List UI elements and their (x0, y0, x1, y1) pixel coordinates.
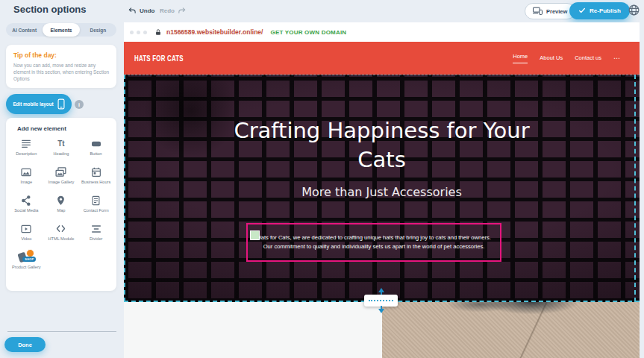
done-button[interactable]: Done (4, 337, 46, 352)
map-icon (55, 194, 66, 207)
site-url: n1566589.websitebuilder.online/ (166, 28, 263, 36)
info-icon[interactable]: i (75, 100, 84, 109)
image-gallery-icon (54, 166, 67, 178)
selection-handle[interactable] (250, 230, 260, 240)
lock-icon (154, 28, 162, 37)
resize-arrow-up-icon (378, 288, 384, 292)
add-element-panel: Add new element Description Tt Heading B… (6, 118, 116, 291)
window-dot (130, 31, 134, 34)
tip-title: Tip of the day: (13, 51, 57, 59)
tab-label: AI Content (12, 28, 37, 33)
get-domain-link[interactable]: GET YOUR OWN DOMAIN (270, 29, 346, 36)
add-element-heading[interactable]: Tt Heading (44, 137, 79, 161)
section-border-top (124, 75, 640, 75)
element-label: Image Gallery (49, 180, 75, 185)
add-element-contact-form[interactable]: Contact Form (78, 194, 113, 218)
video-icon (20, 222, 32, 235)
undo-label: Undo (140, 7, 154, 14)
tab-elements[interactable]: Elements (43, 23, 79, 37)
social-media-icon (20, 194, 32, 207)
redo-label: Redo (160, 7, 175, 14)
site-header: HATS FOR CATS Home About Us Contact us ⋯ (124, 42, 640, 75)
edit-mobile-label: Edit mobile layout (13, 101, 53, 107)
app-window: Section options Undo Redo Preview Re-Pub… (0, 0, 644, 358)
window-dot (143, 31, 147, 34)
site-nav: Home About Us Contact us ⋯ (513, 53, 620, 63)
handle-grip-dots (369, 300, 393, 301)
tab-design[interactable]: Design (80, 23, 116, 37)
add-element-button[interactable]: Button (78, 137, 113, 161)
browser-bar: n1566589.websitebuilder.online/ GET YOUR… (124, 22, 640, 42)
check-icon (578, 7, 586, 16)
hero-section[interactable]: Crafting Happiness for Your Cats More th… (124, 75, 640, 302)
nav-more-icon[interactable]: ⋯ (613, 54, 620, 62)
hero-heading-text: Crafting Happiness for Your Cats (222, 116, 543, 175)
nav-contact-us[interactable]: Contact us (575, 54, 601, 63)
element-label: Social Media (14, 208, 38, 213)
add-element-description[interactable]: Description (9, 137, 44, 161)
element-label: Image (21, 180, 33, 185)
html-module-icon (54, 222, 67, 235)
shop-label: SHOP (22, 257, 36, 262)
tip-of-the-day-card: Tip of the day: Now you can add, move an… (6, 45, 116, 88)
section-resize-handle[interactable] (364, 295, 398, 307)
phone-icon (57, 98, 65, 110)
element-label: Button (90, 151, 102, 157)
button-icon (90, 137, 102, 150)
tab-label: Design (90, 28, 106, 33)
hero-heading[interactable]: Crafting Happiness for Your Cats (124, 116, 640, 175)
add-element-product-gallery[interactable]: SHOP Product Gallery (9, 251, 44, 274)
site-logo[interactable]: HATS FOR CATS (134, 54, 184, 63)
contact-form-icon (90, 194, 101, 207)
element-label: Contact Form (84, 208, 109, 213)
undo-button[interactable]: Undo (128, 7, 154, 15)
add-element-map[interactable]: Map (44, 194, 79, 218)
nav-home[interactable]: Home (513, 53, 528, 63)
preview-button[interactable]: Preview (525, 3, 575, 19)
add-element-divider[interactable]: Divider (78, 222, 113, 246)
undo-icon (128, 7, 137, 15)
sidebar-tabbar: AI Content Elements Design (6, 23, 116, 37)
element-label: HTML Module (49, 236, 75, 242)
tab-label: Elements (51, 28, 72, 33)
preview-label: Preview (546, 8, 567, 15)
next-section-image[interactable] (382, 302, 640, 358)
element-label: Product Gallery (12, 265, 41, 270)
republish-label: Re-Publish (590, 7, 621, 14)
nav-about-us[interactable]: About Us (540, 54, 563, 63)
element-label: Map (57, 208, 66, 213)
product-gallery-icon: SHOP (18, 251, 34, 263)
hero-subheading[interactable]: More than Just Accessories (124, 185, 640, 199)
add-element-social-media[interactable]: Social Media (9, 194, 44, 218)
description-icon (20, 137, 32, 150)
business-hours-icon (90, 166, 102, 178)
hero-text-element-selected[interactable]: Hats for Cats, we are dedicated to craft… (246, 223, 501, 262)
add-element-business-hours[interactable]: Business Hours (78, 166, 113, 189)
element-label: Description (16, 151, 37, 157)
add-element-video[interactable]: Video (9, 222, 44, 246)
add-element-image[interactable]: Image (9, 166, 44, 189)
edit-mobile-layout-button[interactable]: Edit mobile layout (6, 94, 72, 114)
add-element-image-gallery[interactable]: Image Gallery (44, 166, 79, 189)
next-section-empty[interactable] (124, 302, 382, 358)
tab-ai-content[interactable]: AI Content (6, 23, 43, 37)
hero-body-text: Hats for Cats, we are dedicated to craft… (254, 233, 494, 251)
element-label: Business Hours (81, 180, 110, 185)
redo-button[interactable]: Redo (160, 7, 186, 15)
sidebar-divider (7, 331, 116, 332)
image-icon (20, 166, 32, 178)
redo-icon (178, 7, 186, 15)
window-dot (137, 31, 140, 34)
element-label: Divider (90, 236, 102, 242)
devices-icon (533, 7, 543, 16)
resize-arrow-down-icon (378, 309, 384, 313)
add-element-html-module[interactable]: HTML Module (44, 222, 79, 246)
globe-icon[interactable] (628, 4, 640, 19)
republish-button[interactable]: Re-Publish (569, 2, 630, 19)
done-label: Done (18, 342, 32, 348)
info-glyph: i (78, 102, 80, 107)
element-label: Video (21, 236, 31, 242)
heading-icon: Tt (57, 137, 64, 150)
window-dots (130, 31, 147, 34)
add-element-title: Add new element (17, 125, 66, 132)
